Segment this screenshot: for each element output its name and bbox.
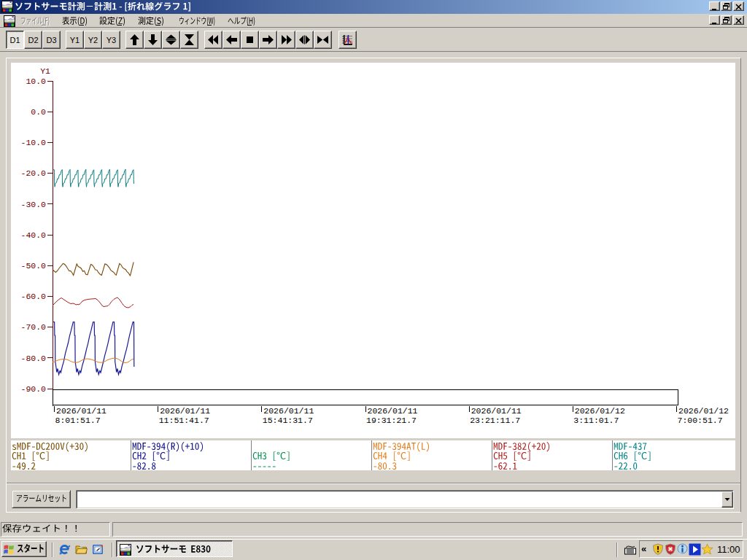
svg-text:11:51:41.7: 11:51:41.7 bbox=[159, 416, 209, 425]
svg-text:10.0: 10.0 bbox=[26, 77, 46, 86]
svg-text:-70.0: -70.0 bbox=[20, 322, 46, 332]
svg-text:15:41:31.7: 15:41:31.7 bbox=[263, 416, 313, 425]
svg-text:-10.0: -10.0 bbox=[20, 138, 46, 147]
svg-text:-60.0: -60.0 bbox=[20, 292, 46, 301]
svg-text:2026/01/11: 2026/01/11 bbox=[471, 406, 522, 416]
svg-text:8:01:51.7: 8:01:51.7 bbox=[55, 416, 101, 425]
svg-text:2026/01/11: 2026/01/11 bbox=[368, 406, 418, 416]
svg-text:-80.0: -80.0 bbox=[20, 354, 46, 363]
svg-text:-90.0: -90.0 bbox=[20, 384, 46, 394]
svg-text:2026/01/11: 2026/01/11 bbox=[56, 406, 107, 416]
svg-text:2026/01/12: 2026/01/12 bbox=[575, 406, 625, 416]
svg-text:-20.0: -20.0 bbox=[20, 168, 46, 178]
svg-text:23:21:11.7: 23:21:11.7 bbox=[470, 416, 520, 425]
svg-text:-30.0: -30.0 bbox=[20, 200, 46, 209]
svg-text:2026/01/11: 2026/01/11 bbox=[263, 406, 314, 416]
svg-text:2026/01/11: 2026/01/11 bbox=[160, 406, 210, 416]
svg-text:Y1: Y1 bbox=[40, 66, 50, 76]
svg-text:7:00:51.7: 7:00:51.7 bbox=[678, 416, 723, 425]
svg-text:3:11:01.7: 3:11:01.7 bbox=[573, 416, 619, 425]
svg-text:-50.0: -50.0 bbox=[20, 261, 46, 271]
svg-text:0.0: 0.0 bbox=[31, 107, 46, 117]
svg-text:2026/01/12: 2026/01/12 bbox=[678, 406, 729, 416]
svg-text:19:31:21.7: 19:31:21.7 bbox=[366, 416, 417, 425]
svg-text:-40.0: -40.0 bbox=[20, 230, 46, 240]
